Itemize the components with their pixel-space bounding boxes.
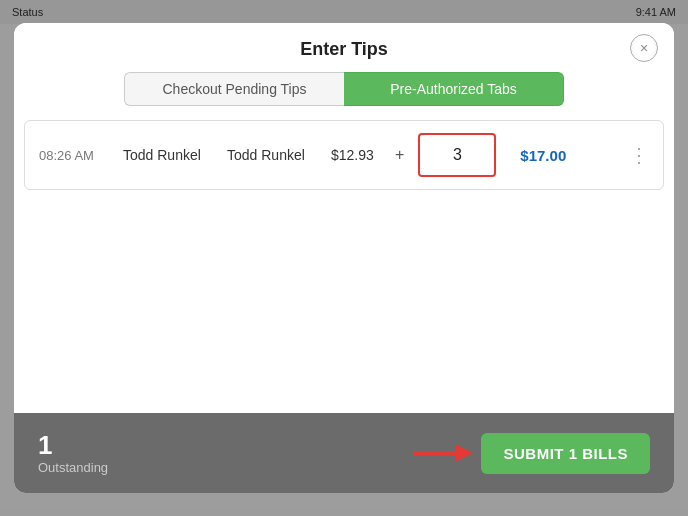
tip-row: 08:26 AM Todd Runkel Todd Runkel $12.93 … bbox=[24, 120, 664, 190]
tip-time: 08:26 AM bbox=[39, 148, 109, 163]
tip-input-wrapper bbox=[418, 133, 496, 177]
outstanding-count: 1 bbox=[38, 432, 108, 458]
tab-bar: Checkout Pending Tips Pre-Authorized Tab… bbox=[14, 72, 674, 120]
modal-header: Enter Tips × bbox=[14, 23, 674, 72]
svg-marker-1 bbox=[455, 444, 473, 462]
outstanding-label: Outstanding bbox=[38, 460, 108, 475]
tip-customer-name-2: Todd Runkel bbox=[227, 147, 317, 163]
tip-more-options-icon[interactable]: ⋮ bbox=[629, 143, 649, 167]
close-button[interactable]: × bbox=[630, 34, 658, 62]
submit-bills-button[interactable]: SUBMIT 1 BILLS bbox=[481, 433, 650, 474]
tip-amount-input[interactable] bbox=[422, 139, 492, 171]
submit-arrow-icon bbox=[413, 438, 473, 468]
modal-footer: 1 Outstanding SUBMIT 1 BILLS bbox=[14, 413, 674, 493]
modal-title: Enter Tips bbox=[300, 39, 388, 59]
modal-overlay: Enter Tips × Checkout Pending Tips Pre-A… bbox=[0, 0, 688, 516]
outstanding-section: 1 Outstanding bbox=[38, 432, 108, 475]
tip-total-amount: $17.00 bbox=[520, 147, 615, 164]
tip-customer-name-1: Todd Runkel bbox=[123, 147, 213, 163]
tip-base-amount: $12.93 bbox=[331, 147, 381, 163]
tip-plus-sign: + bbox=[395, 146, 404, 164]
modal: Enter Tips × Checkout Pending Tips Pre-A… bbox=[14, 23, 674, 493]
submit-group: SUBMIT 1 BILLS bbox=[413, 433, 650, 474]
tab-pre-authorized[interactable]: Pre-Authorized Tabs bbox=[344, 72, 564, 106]
tab-checkout-pending[interactable]: Checkout Pending Tips bbox=[124, 72, 344, 106]
modal-content: 08:26 AM Todd Runkel Todd Runkel $12.93 … bbox=[14, 120, 674, 413]
